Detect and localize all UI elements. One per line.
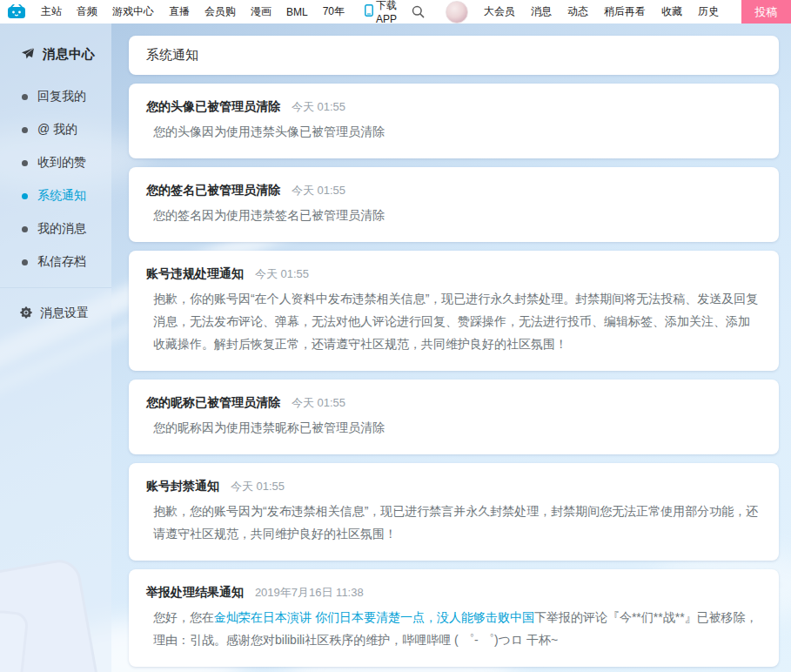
notification-body: 抱歉，您的账号因为“发布违禁相关信息”，现已进行禁言并永久封禁处理，封禁期间您无… [146,500,761,545]
sidebar-item-reply-to-me[interactable]: 回复我的 [0,80,111,113]
sidebar-item-label: @ 我的 [37,122,77,138]
notification-title: 举报处理结果通知 [146,585,244,599]
navbar-right: 大会员 消息 动态 稍后再看 收藏 历史 投稿 [412,0,791,24]
nav-link-live[interactable]: 直播 [169,4,190,19]
nav-link-shop[interactable]: 会员购 [204,4,236,19]
bullet-dot-icon [22,160,28,166]
notification-time: 今天 01:55 [292,396,345,409]
nav-link-vip[interactable]: 大会员 [484,4,515,19]
sidebar-item-label: 回复我的 [37,89,86,104]
notification-body: 您的昵称因为使用违禁昵称已被管理员清除 [146,416,761,439]
notification-title: 账号封禁通知 [146,479,219,493]
download-app-icon [365,4,373,19]
bullet-dot-icon [22,94,28,100]
notification-card-avatar-cleared: 您的头像已被管理员清除 今天 01:55 您的头像因为使用违禁头像已被管理员清除 [129,84,779,158]
notification-time: 今天 01:55 [255,267,309,280]
navbar-left: 主站 音频 游戏中心 直播 会员购 漫画 BML 70年 下载APP [0,0,412,25]
notification-time: 2019年7月16日 11:38 [255,586,364,599]
sidebar-item-label: 私信存档 [37,254,86,270]
sidebar-item-message-settings[interactable]: 消息设置 [0,293,111,333]
sidebar-item-system-notice[interactable]: 系统通知 [0,179,111,212]
sidebar-list: 回复我的 @ 我的 收到的赞 系统通知 我的消息 私信存档 [0,80,111,279]
notification-title: 您的签名已被管理员清除 [146,183,280,197]
gear-icon [20,306,32,321]
sidebar-divider [0,287,111,288]
notification-time: 今天 01:55 [231,480,285,493]
notification-card-signature-cleared: 您的签名已被管理员清除 今天 01:55 您的签名因为使用违禁签名已被管理员清除 [129,167,779,242]
search-icon[interactable] [412,5,425,18]
notification-title: 您的头像已被管理员清除 [146,99,280,113]
notification-body-prefix: 您好，您在 [153,610,214,624]
sidebar-item-my-messages[interactable]: 我的消息 [0,212,111,245]
message-center-title: 消息中心 [0,24,111,68]
notification-body: 抱歉，你的账号因“在个人资料中发布违禁相关信息”，现已进行永久封禁处理。封禁期间… [146,287,761,355]
nav-link-download-app[interactable]: 下载APP [365,0,412,25]
sidebar-item-likes-received[interactable]: 收到的赞 [0,146,111,179]
upload-button[interactable]: 投稿 [741,0,791,24]
page-title: 系统通知 [129,36,779,75]
nav-link-favorites[interactable]: 收藏 [661,4,682,19]
nav-link-manga[interactable]: 漫画 [251,4,271,19]
notification-time: 今天 01:55 [292,184,345,197]
notification-title: 账号违规处理通知 [146,266,244,280]
sidebar-item-dm-archive[interactable]: 私信存档 [0,245,111,279]
nav-link-main[interactable]: 主站 [41,4,62,19]
notification-title: 您的昵称已被管理员清除 [146,395,280,409]
bullet-dot-icon [22,226,28,232]
notification-card-account-violation: 账号违规处理通知 今天 01:55 抱歉，你的账号因“在个人资料中发布违禁相关信… [129,251,779,371]
nav-link-audio[interactable]: 音频 [77,4,97,19]
bullet-dot-icon [22,193,28,199]
nav-link-watch-later[interactable]: 稍后再看 [604,4,646,19]
reported-video-link[interactable]: 金灿荣在日本演讲 你们日本要清楚一点，没人能够击败中国 [214,610,534,624]
notification-body: 您的头像因为使用违禁头像已被管理员清除 [146,120,761,143]
nav-link-bml[interactable]: BML [286,6,308,18]
page: 主站 音频 游戏中心 直播 会员购 漫画 BML 70年 下载APP [0,0,791,672]
bilibili-logo-icon[interactable] [7,4,26,19]
notification-card-nickname-cleared: 您的昵称已被管理员清除 今天 01:55 您的昵称因为使用违禁昵称已被管理员清除 [129,380,779,454]
sidebar-item-label: 收到的赞 [37,155,86,171]
nav-link-history[interactable]: 历史 [698,4,719,19]
notification-body: 您的签名因为使用违禁签名已被管理员清除 [146,204,761,226]
nav-link-messages[interactable]: 消息 [531,4,552,19]
message-sidebar: 消息中心 回复我的 @ 我的 收到的赞 系统通知 我的消息 [0,24,111,672]
sidebar-item-label: 系统通知 [37,188,86,204]
sidebar-item-at-me[interactable]: @ 我的 [0,113,111,146]
top-navbar: 主站 音频 游戏中心 直播 会员购 漫画 BML 70年 下载APP [0,0,791,24]
paper-plane-icon [21,47,35,63]
notification-body: 您好，您在金灿荣在日本演讲 你们日本要清楚一点，没人能够击败中国下举报的评论『今… [146,606,761,651]
sidebar-item-label: 我的消息 [37,221,86,237]
notification-card-report-result: 举报处理结果通知 2019年7月16日 11:38 您好，您在金灿荣在日本演讲 … [129,569,779,667]
nav-link-game-center[interactable]: 游戏中心 [112,4,154,19]
bullet-dot-icon [22,259,28,265]
nav-link-dynamics[interactable]: 动态 [567,4,588,19]
main-content: 系统通知 您的头像已被管理员清除 今天 01:55 您的头像因为使用违禁头像已被… [129,24,779,672]
notification-card-account-ban: 账号封禁通知 今天 01:55 抱歉，您的账号因为“发布违禁相关信息”，现已进行… [129,463,779,561]
notification-time: 今天 01:55 [292,100,345,113]
user-avatar[interactable] [446,1,468,24]
nav-link-70th[interactable]: 70年 [323,4,345,19]
bullet-dot-icon [22,127,28,133]
